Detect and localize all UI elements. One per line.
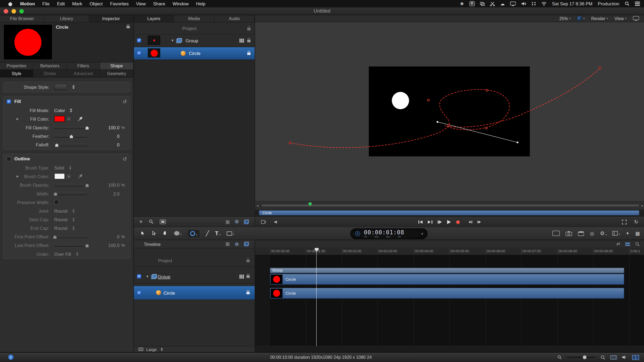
layers-row-circle[interactable]: ✓ Circle [134,47,255,60]
fill-opacity-value[interactable]: 100.0 [87,125,119,130]
track-circle-2[interactable]: Circle [270,288,624,299]
spotlight-icon[interactable] [625,1,630,6]
audio-mute-icon[interactable] [274,220,279,224]
end-cap-value[interactable]: Round [54,226,68,230]
playhead-line[interactable] [316,248,317,346]
spaces-icon[interactable] [532,2,536,5]
preserve-width-checkbox[interactable] [54,200,59,204]
handle-endpoint[interactable] [437,121,438,123]
menu-file[interactable]: File [39,1,53,6]
menu-mark[interactable]: Mark [68,1,86,6]
clapper-icon[interactable] [578,231,584,236]
volume-icon[interactable] [521,2,526,6]
marker-icon[interactable] [261,220,266,224]
scrubber-track[interactable] [262,204,639,206]
behaviors-icon[interactable]: ⚙▾ [600,231,607,236]
zoom-out-icon[interactable] [557,355,562,360]
timeline-zoom-preset[interactable]: Large [134,346,255,352]
timecode-display[interactable]: 00:00:01:08 HR MIN SEC FR ▾ [350,228,428,239]
width-value[interactable]: 2.0 [87,191,119,196]
order-value[interactable]: Over Fill [54,252,71,256]
tab-behaviors[interactable]: Behaviors [33,62,67,69]
path-point[interactable] [427,99,429,101]
start-cap-value[interactable]: Round [54,217,68,222]
feather-value[interactable]: 0 [87,134,119,138]
info-icon[interactable]: i [8,354,14,360]
disclosure-triangle[interactable]: ▶ [16,117,19,121]
particles-icon[interactable]: ✦ [626,231,630,236]
falloff-value[interactable]: 0 [87,142,119,147]
first-point-offset-value[interactable]: 0 [87,234,119,239]
timeline-zoom-slider[interactable] [567,357,595,358]
menu-object[interactable]: Object [86,1,106,6]
tab-audio[interactable]: Audio [214,15,255,22]
joint-stepper[interactable] [72,209,75,213]
play-from-start-button[interactable] [437,220,442,224]
layers-row-group[interactable]: ✓ ▼ Group [134,35,255,47]
first-point-offset-slider[interactable] [54,234,87,239]
isolate-icon[interactable] [160,219,166,224]
disclosure-triangle[interactable]: ▼ [171,39,174,42]
scissors-icon[interactable] [490,1,495,6]
order-stepper[interactable] [76,252,78,256]
wifi-icon[interactable] [541,2,547,6]
canvas-viewport[interactable] [255,22,644,201]
add-button[interactable]: + [139,219,143,224]
brush-color-swatch[interactable] [54,173,65,179]
window-layout-icon[interactable]: ▾ [613,231,620,236]
view-layouts-icon[interactable] [552,231,560,236]
lock-icon[interactable] [247,28,250,30]
audio-editor-icon[interactable] [622,355,627,360]
tab-media[interactable]: Media [174,15,214,22]
subtab-stroke[interactable]: Stroke [33,70,67,77]
lock-icon[interactable] [247,40,250,42]
timeline-row-circle[interactable]: ✓ Circle [134,286,255,300]
fill-opacity-slider[interactable] [54,125,87,130]
layers-row-project[interactable]: Project [134,23,255,34]
rectangle-tool[interactable]: ▾ [227,231,234,235]
shape-style-stepper[interactable] [72,85,75,89]
circle-activation-checkbox[interactable]: ✓ [137,51,141,56]
tab-properties[interactable]: Properties [0,62,33,69]
menu-edit[interactable]: Edit [53,1,69,6]
brush-color-dropdown[interactable]: ▾ [66,173,72,179]
edit-points-tool[interactable] [152,231,156,236]
zoom-popup[interactable]: 25%▾ [559,16,571,21]
fill-checkbox[interactable]: ✓ [6,99,11,104]
render-popup[interactable]: Render▾ [591,16,608,21]
track-bars-icon[interactable] [625,242,630,246]
subtab-advanced[interactable]: Advanced [67,70,100,77]
pan-tool[interactable] [163,231,168,236]
circle-activation-checkbox[interactable]: ✓ [137,291,141,295]
menu-view[interactable]: View [132,1,149,6]
camera-icon[interactable] [566,231,572,236]
search-icon[interactable] [149,219,153,224]
track-group[interactable]: Group [270,268,624,273]
layers-toggle-icon[interactable] [244,219,249,224]
line-tool[interactable]: ╱ [206,231,209,236]
timeline-zoom-icon[interactable] [635,242,640,246]
loop-icon[interactable]: ↻ [634,219,638,225]
joint-value[interactable]: Round [54,208,68,213]
outline-reset-icon[interactable]: ↺ [122,156,127,161]
fill-color-swatch[interactable] [54,116,65,122]
menu-help[interactable]: Help [192,1,209,6]
play-button[interactable] [447,220,451,224]
keying-icon[interactable]: ◎ [590,230,594,236]
track-circle-1[interactable]: Circle [270,274,624,285]
library-grid-icon[interactable]: ▦ [635,230,640,236]
handle-endpoint[interactable] [517,142,518,143]
falloff-slider[interactable] [54,142,87,147]
outline-checkbox[interactable] [6,157,11,161]
menu-share[interactable]: Share [149,1,169,6]
disclosure-triangle[interactable]: ▼ [146,275,149,278]
step-forward-button[interactable] [477,221,481,223]
columns-icon[interactable] [239,39,244,43]
menu-motion[interactable]: Motion [16,1,39,6]
window-tiles-icon[interactable] [480,2,485,6]
cloud-icon[interactable]: ☁ [500,1,505,6]
record-button[interactable] [456,220,460,224]
tab-filters[interactable]: Filters [67,62,100,69]
display-icon[interactable] [510,1,516,6]
menu-window[interactable]: Window [169,1,192,6]
